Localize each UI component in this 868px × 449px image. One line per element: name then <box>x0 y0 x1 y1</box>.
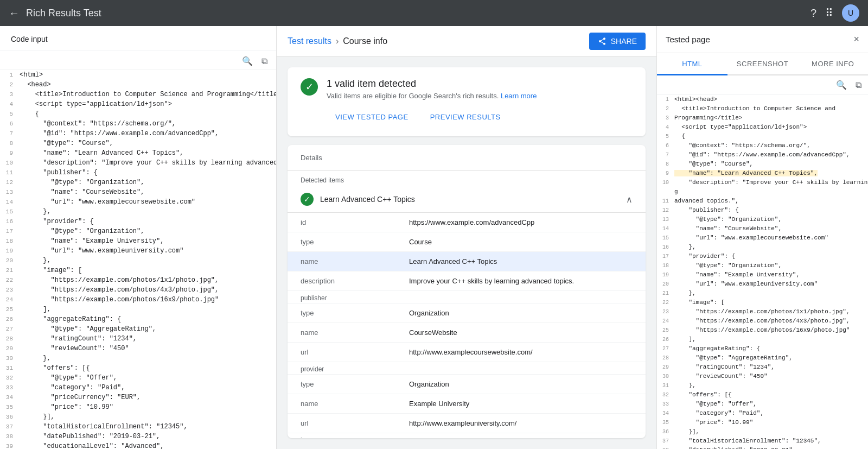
code-line: 36 }], <box>0 412 276 422</box>
tab-screenshot[interactable]: SCREENSHOT <box>727 53 798 74</box>
code-area[interactable]: 1<html>2 <head>3 <title>Introduction to … <box>0 70 276 449</box>
tp-line-content: }, <box>672 381 868 390</box>
tp-line-number: 8 <box>657 160 672 169</box>
tp-code-line: 16 }, <box>657 243 868 252</box>
tp-code-line: 28 "@type": "AggregateRating", <box>657 353 868 363</box>
tp-code-line: 4 <script type="application/ld+json"> <box>657 123 868 132</box>
prop-value: Improve your C++ skills by learning adva… <box>396 271 646 291</box>
tp-line-content: "@context": "https://schema.org/", <box>672 141 868 150</box>
tp-code-line: 27 "aggregateRating": { <box>657 344 868 353</box>
code-line: 23 "https://example.com/photos/4x3/photo… <box>0 285 276 295</box>
line-content: ], <box>17 305 276 314</box>
chevron-up-icon[interactable]: ∧ <box>626 194 633 205</box>
section-label: provider <box>288 362 646 375</box>
copy-tp-button[interactable]: ⧉ <box>853 79 864 91</box>
line-content: "https://example.com/photos/16x9/photo.j… <box>17 295 276 305</box>
line-number: 12 <box>0 178 17 187</box>
app-title: Rich Results Test <box>26 8 810 19</box>
table-row: idhttps://www.example.com/advancedCpp <box>288 213 646 232</box>
tp-line-number: 29 <box>657 363 672 372</box>
tested-page-code[interactable]: 1<html><head>2 <title>Introduction to Co… <box>657 95 868 449</box>
learn-more-link[interactable]: Learn more <box>501 92 537 100</box>
prop-value: Learn Advanced C++ Topics <box>396 252 646 271</box>
line-number: 29 <box>0 344 17 353</box>
line-content: "@type": "AggregateRating", <box>17 324 276 334</box>
line-content: <script type="application/ld+json"> <box>17 99 276 109</box>
valid-description: Valid items are eligible for Google Sear… <box>327 92 633 100</box>
tp-line-content: "aggregateRating": { <box>672 344 868 353</box>
code-line: 6 "@context": "https://schema.org/", <box>0 119 276 129</box>
code-line: 34 "priceCurrency": "EUR", <box>0 393 276 402</box>
line-content: }, <box>17 207 276 217</box>
line-number: 33 <box>0 383 17 393</box>
code-line: 19 "url": "www.exampleuniversity.com" <box>0 246 276 256</box>
line-content: "image": [ <box>17 265 276 275</box>
tp-line-content: "@type": "Course", <box>672 160 868 169</box>
line-content: "name": "Learn Advanced C++ Topics", <box>17 148 276 158</box>
avatar-initial: U <box>848 9 853 17</box>
prop-key: name <box>288 252 396 271</box>
prop-value: Organization <box>396 303 646 323</box>
preview-results-button[interactable]: PREVIEW RESULTS <box>422 109 509 125</box>
detected-items-label: Detected items <box>288 171 646 186</box>
tab-html[interactable]: HTML <box>657 53 727 74</box>
tp-line-content: }], <box>672 427 868 437</box>
tp-code-line: 17 "provider": { <box>657 252 868 261</box>
tp-line-content: advanced topics.", <box>672 197 868 206</box>
view-tested-page-button[interactable]: VIEW TESTED PAGE <box>327 109 417 125</box>
line-number: 15 <box>0 207 17 217</box>
code-line: 33 "category": "Paid", <box>0 383 276 393</box>
tp-line-number: 37 <box>657 437 672 446</box>
avatar[interactable]: U <box>842 4 859 22</box>
tp-line-number: 4 <box>657 123 672 132</box>
code-line: 3 <title>Introduction to Computer Scienc… <box>0 90 276 99</box>
tp-code-line: 3Programming</title> <box>657 113 868 123</box>
line-number: 1 <box>0 70 17 80</box>
line-number: 25 <box>0 305 17 314</box>
tp-code-line: 26 ], <box>657 335 868 344</box>
line-number: 32 <box>0 373 17 383</box>
tp-code-line: 19 "name": "Example University", <box>657 270 868 280</box>
tab-more-info[interactable]: MORE INFO <box>797 53 868 74</box>
prop-value: Course <box>396 232 646 252</box>
tested-page-header: Tested page × <box>657 26 868 53</box>
tp-line-content: Programming</title> <box>672 113 868 123</box>
tp-line-number: 9 <box>657 169 672 178</box>
line-content: }, <box>17 353 276 363</box>
tp-line-number: 2 <box>657 104 672 113</box>
back-button[interactable]: ← <box>9 7 20 20</box>
navbar: ← Rich Results Test ? ⠿ U <box>0 0 868 26</box>
tp-line-content: "https://example.com/photos/16x9/photo.j… <box>672 326 868 335</box>
tp-line-number: 26 <box>657 335 672 344</box>
copy-code-button[interactable]: ⧉ <box>259 55 270 67</box>
main-layout: Code input 🔍 ⧉ 1<html>2 <head>3 <title>I… <box>0 26 868 449</box>
tp-line-content: "https://example.com/photos/1x1/photo.jp… <box>672 307 868 317</box>
tp-line-number: 38 <box>657 446 672 449</box>
prop-key: id <box>288 213 396 232</box>
tp-code-line: 36 }], <box>657 427 868 437</box>
code-line: 7 "@id": "https://www.example.com/advanc… <box>0 129 276 138</box>
valid-text: 1 valid item detected Valid items are el… <box>327 78 633 100</box>
tp-line-content: "name": "Example University", <box>672 270 868 280</box>
tp-line-content: "ratingCount": "1234", <box>672 363 868 372</box>
prop-value: http://www.examplecoursewebsite.com/ <box>396 343 646 362</box>
close-button[interactable]: × <box>853 34 859 45</box>
tp-line-content: "image": [ <box>672 298 868 307</box>
search-code-button[interactable]: 🔍 <box>240 55 255 67</box>
line-content: "name": "Example University", <box>17 236 276 246</box>
tp-code-line: 13 "@type": "Organization", <box>657 215 868 224</box>
tp-line-content: }, <box>672 289 868 298</box>
prop-key: url <box>288 343 396 362</box>
line-number: 7 <box>0 129 17 138</box>
share-button[interactable]: SHARE <box>589 33 646 50</box>
line-content: "offers": [{ <box>17 363 276 373</box>
code-line: 24 "https://example.com/photos/16x9/phot… <box>0 295 276 305</box>
line-content: "description": "Improve your C++ skills … <box>17 158 276 168</box>
help-icon[interactable]: ? <box>810 7 816 20</box>
tp-line-content: "category": "Paid", <box>672 409 868 418</box>
code-line: 39 "educationalLevel": "Advanced", <box>0 441 276 449</box>
search-tp-button[interactable]: 🔍 <box>834 79 849 91</box>
grid-icon[interactable]: ⠿ <box>825 7 833 20</box>
code-line: 22 "https://example.com/photos/1x1/photo… <box>0 275 276 285</box>
breadcrumb-link[interactable]: Test results <box>288 36 331 46</box>
